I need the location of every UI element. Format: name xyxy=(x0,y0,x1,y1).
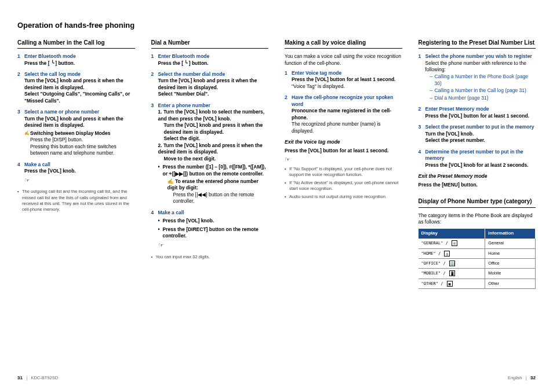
step-title: Select the number dial mode xyxy=(158,71,269,78)
erase-note: ✍ To erase the entered phone number digi… xyxy=(158,178,269,205)
step-body: Turn the [VOL] knob and press it when th… xyxy=(24,78,123,90)
step-number: 2 xyxy=(17,71,20,78)
footnote: If "No Support" is displayed, your cell-… xyxy=(285,166,402,178)
step-body: Turn the [VOL] knob and press it when th… xyxy=(24,116,123,128)
home-icon: ⌂ xyxy=(444,251,450,257)
substep: 2. Turn the [VOL] knob and press it when… xyxy=(158,142,263,155)
reference-links: Calling a Number in the Phone Book (page… xyxy=(425,74,536,101)
step-title: Enter Preset Memory mode xyxy=(425,106,536,112)
person-icon: ☺ xyxy=(452,240,457,246)
step-number: 2 xyxy=(151,71,154,78)
footnote: You can input max 32 digits. xyxy=(151,254,269,260)
step-3: 3 Select a name or phone number Turn the… xyxy=(17,109,135,156)
table-row: "MOBILE" / 📱Mobile xyxy=(419,269,536,279)
other-icon: ▣ xyxy=(447,281,453,287)
step-number: 3 xyxy=(151,102,154,109)
step-sub: Select the phone number with reference t… xyxy=(425,60,526,72)
step-body: Select the preset number. xyxy=(425,137,485,143)
mobile-icon: 📱 xyxy=(449,270,455,276)
step-title: Enter Voice tag mode xyxy=(292,70,402,76)
step-1: 1 Select the phone number you wish to re… xyxy=(419,53,536,101)
col-preset-and-category: Registering to the Preset Dial Number Li… xyxy=(419,39,536,290)
page-number-left: 31 xyxy=(17,375,23,380)
separator: | xyxy=(526,375,527,380)
step-body: Press the [VOL] knob for at least 2 seco… xyxy=(425,162,529,168)
bullet: Press the [VOL] knob. xyxy=(158,218,269,224)
link-dial-number[interactable]: Dial a Number (page 31) xyxy=(430,95,536,101)
step-body: Press the [VOL] knob. xyxy=(24,168,76,174)
step-4: 4 Make a call Press the [VOL] knob. Pres… xyxy=(151,210,269,250)
exit-heading: Exit the Preset Memory mode xyxy=(419,173,536,179)
step-body: Press the [VOL] button for at least 1 se… xyxy=(425,113,529,119)
link-phonebook[interactable]: Calling a Number in the Phone Book (page… xyxy=(430,74,536,87)
step-number: 1 xyxy=(419,53,421,60)
section-head: Dial a Number xyxy=(151,39,269,49)
step-title: Select a name or phone number xyxy=(24,109,135,115)
intro-text: You can make a voice call using the voic… xyxy=(285,53,402,67)
cell-display: "GENERAL" / xyxy=(421,241,448,246)
step-number: 4 xyxy=(17,162,20,168)
substep: 1. Turn the [VOL] knob to select the num… xyxy=(158,109,265,121)
step-2: 2 Select the number dial mode Turn the [… xyxy=(151,71,269,98)
model-name: KDC-BT92SD xyxy=(31,375,58,380)
step-body: Turn the [VOL] knob. xyxy=(425,131,474,137)
note-title: Switching between Display Modes xyxy=(30,130,110,136)
cell-info: Mobile xyxy=(485,269,536,279)
language: English xyxy=(508,375,522,380)
step-sub: The recognized phone number (name) is di… xyxy=(292,121,381,133)
cell-info: Office xyxy=(485,258,536,268)
phone-hold-icon: ☞ xyxy=(24,176,30,185)
cell-display: "HOME" / xyxy=(421,251,441,256)
exit-body: Press the [VOL] button for at least 1 se… xyxy=(285,148,402,154)
substep: Turn the [VOL] knob and press it when th… xyxy=(158,122,269,135)
cell-display: "OTHER" / xyxy=(421,281,443,286)
footnote: Audio sound is not output during voice r… xyxy=(285,194,402,200)
step-number: 3 xyxy=(17,109,20,115)
step-4: 4 Determine the preset number to put in … xyxy=(419,149,536,168)
substep: Select the digit. xyxy=(158,135,201,142)
columns: Calling a Number in the Call log 1 Enter… xyxy=(17,39,536,290)
step-body: Press the [VOL] button for at least 1 se… xyxy=(292,76,395,82)
link-call-log[interactable]: Calling a Number in the Call log (page 3… xyxy=(430,87,536,94)
step-2: 2 Select the call log mode Turn the [VOL… xyxy=(17,71,135,104)
cell-info: Home xyxy=(485,248,536,258)
exit-heading: Exit the Voice tag mode xyxy=(285,139,402,145)
footnote: The outgoing call list and the incoming … xyxy=(17,189,135,213)
note-title: To erase the entered phone number digit … xyxy=(168,178,259,190)
step-title: Select the call log mode xyxy=(24,71,135,78)
step-3: 3 Enter a phone number 1. Turn the [VOL]… xyxy=(151,102,269,205)
section-head: Making a call by voice dialing xyxy=(285,39,402,49)
table-row: "HOME" / ⌂Home xyxy=(419,248,536,258)
col-call-log: Calling a Number in the Call log 1 Enter… xyxy=(17,39,135,290)
table-header-row: Display Information xyxy=(419,229,536,239)
step-sub: "Voice Tag" is displayed. xyxy=(292,83,345,89)
step-title: Have the cell-phone recognize your spoke… xyxy=(292,94,402,108)
step-3: 3 Select the preset number to put in the… xyxy=(419,124,536,144)
step-number: 1 xyxy=(285,70,288,76)
table-row: "OTHER" / ▣Other xyxy=(419,279,536,288)
phone-hold-icon: ☞ xyxy=(158,241,164,250)
step-number: 4 xyxy=(419,149,421,155)
th-display: Display xyxy=(419,229,485,239)
step-body: Turn the [VOL] knob and press it when th… xyxy=(158,78,257,90)
section-head: Display of Phone Number type (category) xyxy=(419,197,536,208)
step-number: 1 xyxy=(17,53,20,60)
step-number: 1 xyxy=(151,53,154,60)
step-1: 1 Enter Bluetooth mode Press the [ ╰ ] b… xyxy=(151,53,269,67)
footnote: If "No Active device" is displayed, your… xyxy=(285,180,402,192)
office-icon: 🏢 xyxy=(449,261,455,266)
footer-left: 31 | KDC-BT92SD xyxy=(17,375,58,382)
section-head: Calling a Number in the Call log xyxy=(17,39,135,49)
step-1: 1 Enter Voice tag mode Press the [VOL] b… xyxy=(285,70,402,90)
step-title: Determine the preset number to put in th… xyxy=(425,149,536,162)
step-number: 2 xyxy=(419,106,421,112)
switching-note: Switching between Display Modes Press th… xyxy=(24,130,135,157)
note-body: Press the [|◀◀] button on the remote con… xyxy=(168,192,269,205)
category-table: Display Information "GENERAL" / ☺General… xyxy=(419,229,536,289)
intro-text: The category items in the Phone Book are… xyxy=(419,213,536,226)
step-title: Enter a phone number xyxy=(158,102,269,109)
cell-info: Other xyxy=(485,279,536,288)
step-title: Select the phone number you wish to regi… xyxy=(425,53,536,60)
step-body: Press the [ ╰ ] button. xyxy=(24,60,75,66)
footer-right: English | 32 xyxy=(508,375,536,382)
